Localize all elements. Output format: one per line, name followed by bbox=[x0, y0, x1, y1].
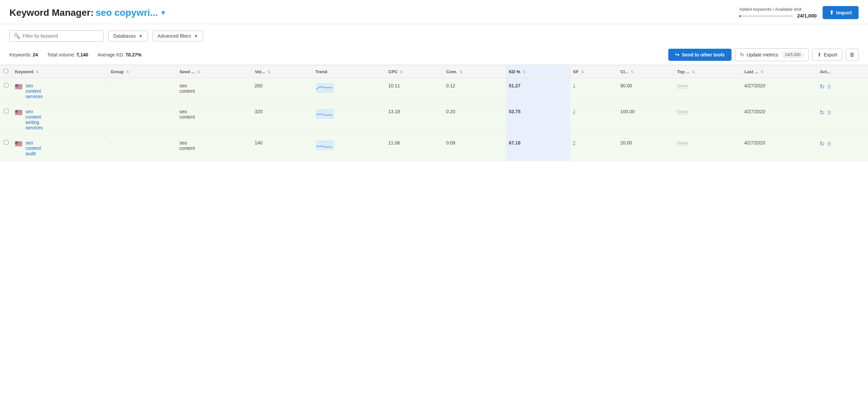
th-sf-sort-icon: ⇅ bbox=[581, 70, 584, 74]
th-cpc[interactable]: CPC ⇅ bbox=[385, 65, 443, 78]
send-to-tools-button[interactable]: ↪ Send to other tools bbox=[668, 49, 732, 61]
send-icon: ↪ bbox=[675, 52, 679, 58]
limit-label: Added keywords / Available limit bbox=[739, 7, 801, 12]
row-top: Show bbox=[674, 78, 742, 104]
update-count-badge: 24/5,000 bbox=[782, 52, 804, 58]
row-seed: seocontent bbox=[177, 135, 252, 161]
row-group: - bbox=[108, 104, 177, 135]
th-trend[interactable]: Trend bbox=[312, 65, 385, 78]
th-keyword[interactable]: Keyword ⇅ bbox=[12, 65, 108, 78]
show-link[interactable]: Show bbox=[677, 109, 688, 115]
trash-icon: 🗑 bbox=[849, 52, 855, 58]
refresh-icon[interactable]: ↻ bbox=[819, 140, 825, 148]
export-label: Export bbox=[824, 52, 837, 58]
row-checkbox-cell[interactable] bbox=[0, 104, 12, 135]
update-metrics-button[interactable]: ↻ Update metrics 24/5,000 bbox=[735, 49, 809, 61]
row-flag: 🇺🇸 bbox=[15, 83, 22, 90]
title-dropdown-icon[interactable]: ▾ bbox=[161, 8, 165, 17]
stats-bar: Keywords: 24 Total volume: 7,140 Average… bbox=[0, 45, 868, 65]
row-trend bbox=[312, 104, 385, 135]
trend-chart bbox=[315, 83, 335, 93]
row-vol: 260 bbox=[252, 78, 313, 104]
filter-input[interactable] bbox=[23, 33, 99, 39]
th-cl-sort-icon: ⇅ bbox=[631, 70, 634, 74]
title-blue[interactable]: seo copywri... bbox=[96, 7, 158, 18]
update-icon: ↻ bbox=[740, 52, 744, 58]
import-button[interactable]: ⬆ Import bbox=[823, 6, 859, 19]
show-link[interactable]: Show bbox=[677, 140, 688, 146]
row-com: 0.12 bbox=[443, 78, 506, 104]
th-com[interactable]: Com. ⇅ bbox=[443, 65, 506, 78]
row-last: 4/27/2020 bbox=[742, 135, 817, 161]
trash-icon[interactable]: 🗑 bbox=[827, 109, 832, 116]
th-keyword-sort-icon: ⇅ bbox=[36, 70, 39, 74]
keywords-stat-label: Keywords: bbox=[9, 52, 31, 58]
keyword-link[interactable]: seocontentwritingservices bbox=[26, 109, 43, 130]
th-seed[interactable]: Seed ... ⇅ bbox=[177, 65, 252, 78]
row-com: 0.20 bbox=[443, 104, 506, 135]
keywords-stat: Keywords: 24 bbox=[9, 52, 38, 58]
row-seed: seocontent bbox=[177, 78, 252, 104]
refresh-icon[interactable]: ↻ bbox=[819, 83, 825, 90]
advanced-filters-label: Advanced filters bbox=[158, 33, 191, 39]
row-trend bbox=[312, 78, 385, 104]
import-icon: ⬆ bbox=[829, 9, 834, 16]
row-cl: 100.00 bbox=[618, 104, 674, 135]
select-all-checkbox[interactable] bbox=[4, 69, 8, 73]
show-link[interactable]: Show bbox=[677, 83, 688, 89]
volume-stat-value: 7,140 bbox=[76, 52, 88, 58]
title-static: Keyword Manager: bbox=[9, 7, 94, 18]
th-cl[interactable]: Cl... ⇅ bbox=[618, 65, 674, 78]
header-right: Added keywords / Available limit 24/1,00… bbox=[739, 6, 859, 19]
th-cpc-sort-icon: ⇅ bbox=[400, 70, 403, 74]
keyword-link[interactable]: seocontentservices bbox=[26, 83, 43, 99]
svg-rect-1 bbox=[316, 109, 334, 119]
row-flag: 🇺🇸 bbox=[15, 109, 22, 116]
th-vol[interactable]: Vol... ⇅ bbox=[252, 65, 313, 78]
row-checkbox-cell[interactable] bbox=[0, 135, 12, 161]
trash-icon[interactable]: 🗑 bbox=[827, 141, 832, 147]
advanced-filters-dropdown[interactable]: Advanced filters ▼ bbox=[153, 31, 203, 41]
row-checkbox[interactable] bbox=[4, 109, 8, 113]
th-top[interactable]: Top ... ⇅ bbox=[674, 65, 742, 78]
page-title: Keyword Manager: seo copywri... ▾ bbox=[9, 7, 165, 18]
th-group-sort-icon: ⇅ bbox=[126, 70, 129, 74]
keyword-link[interactable]: seocontentaudit bbox=[26, 140, 41, 156]
row-group-value: - bbox=[111, 109, 112, 114]
row-cpc: 10.11 bbox=[385, 78, 443, 104]
row-actions: ↻ 🗑 bbox=[817, 78, 868, 104]
table-row: 🇺🇸 seocontentwritingservices - seoconten… bbox=[0, 104, 868, 135]
export-button[interactable]: ⬆ Export bbox=[812, 49, 842, 61]
delete-all-button[interactable]: 🗑 bbox=[846, 49, 859, 61]
row-cl: 20.00 bbox=[618, 135, 674, 161]
limit-progress-fill bbox=[739, 15, 741, 17]
filter-input-wrap[interactable]: 🔍 bbox=[9, 30, 103, 42]
row-group-value: - bbox=[111, 140, 112, 146]
page-header: Keyword Manager: seo copywri... ▾ Added … bbox=[0, 0, 868, 24]
row-checkbox[interactable] bbox=[4, 140, 8, 144]
th-vol-sort-icon: ⇅ bbox=[267, 70, 270, 74]
row-kd: 53.75 bbox=[506, 104, 570, 135]
trash-icon[interactable]: 🗑 bbox=[827, 84, 832, 90]
row-last: 4/27/2020 bbox=[742, 104, 817, 135]
limit-value: 24/1,000 bbox=[797, 13, 816, 19]
th-last[interactable]: Last ... ⇅ bbox=[742, 65, 817, 78]
row-checkbox[interactable] bbox=[4, 83, 8, 87]
row-cpc: 11.06 bbox=[385, 135, 443, 161]
trend-chart bbox=[315, 140, 335, 150]
keywords-limit: Added keywords / Available limit 24/1,00… bbox=[739, 7, 816, 19]
th-group[interactable]: Group ⇅ bbox=[108, 65, 177, 78]
row-sf: 2 bbox=[570, 135, 618, 161]
th-checkbox[interactable] bbox=[0, 65, 12, 78]
row-flag: 🇺🇸 bbox=[15, 140, 22, 148]
search-icon: 🔍 bbox=[14, 33, 20, 39]
th-kd[interactable]: KD % ⇅ bbox=[506, 65, 570, 78]
databases-dropdown[interactable]: Databases ▼ bbox=[108, 31, 148, 41]
refresh-icon[interactable]: ↻ bbox=[819, 109, 825, 116]
limit-progress-bar bbox=[739, 15, 793, 17]
row-checkbox-cell[interactable] bbox=[0, 78, 12, 104]
row-seed: seocontent bbox=[177, 104, 252, 135]
svg-rect-2 bbox=[316, 140, 334, 150]
th-sf[interactable]: SF ⇅ bbox=[570, 65, 618, 78]
row-top: Show bbox=[674, 104, 742, 135]
